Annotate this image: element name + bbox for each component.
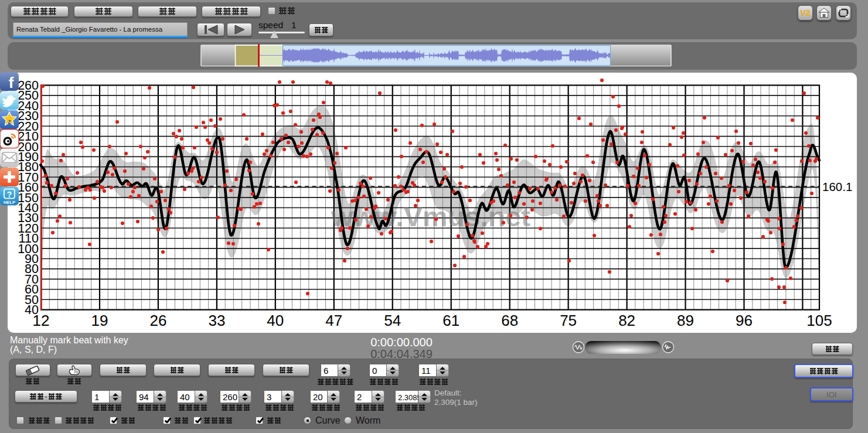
svg-text:33: 33 [208, 312, 225, 329]
svg-text:68: 68 [501, 312, 518, 329]
svg-text:260: 260 [18, 79, 39, 93]
svg-text:89: 89 [677, 312, 694, 329]
svg-text:19: 19 [91, 312, 108, 329]
svg-text:54: 54 [384, 312, 401, 329]
svg-text:96: 96 [736, 312, 753, 329]
svg-text:www.Vmus.net: www.Vmus.net [331, 201, 530, 232]
svg-text:40: 40 [267, 312, 284, 329]
svg-text:?: ? [7, 190, 12, 199]
svg-text:75: 75 [560, 312, 577, 329]
svg-text:82: 82 [618, 312, 635, 329]
svg-text:HELP: HELP [4, 200, 15, 205]
svg-text:12: 12 [33, 312, 50, 329]
svg-text:61: 61 [442, 312, 459, 329]
svg-text:47: 47 [325, 312, 342, 329]
svg-text:f: f [9, 74, 14, 91]
svg-text:105: 105 [806, 312, 832, 329]
svg-text:26: 26 [149, 312, 166, 329]
svg-text:z: z [8, 118, 11, 125]
svg-text:160.1: 160.1 [822, 180, 852, 193]
